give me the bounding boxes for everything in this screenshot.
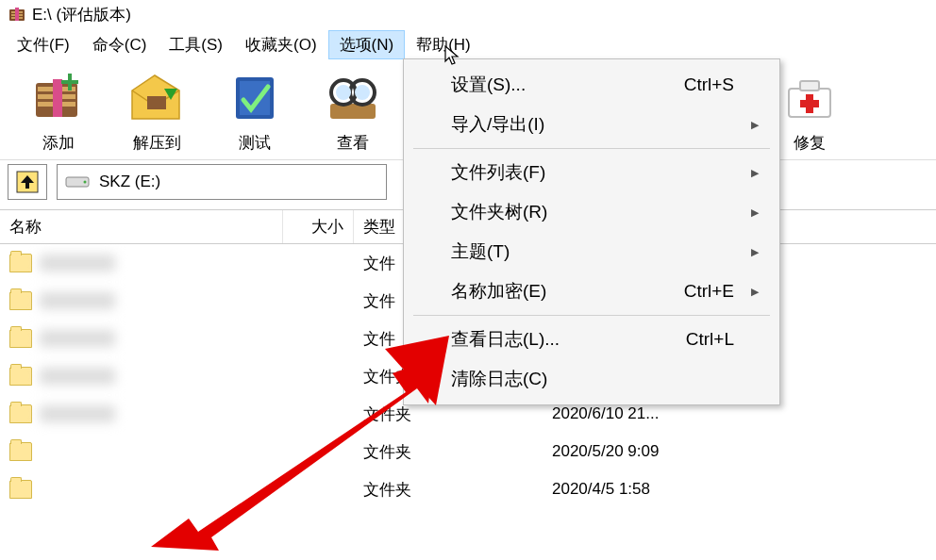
svg-rect-26 <box>800 100 819 107</box>
menu-item[interactable]: 名称加密(E)Ctrl+E▶ <box>406 272 777 311</box>
path-label: SKZ (E:) <box>99 173 160 191</box>
svg-rect-16 <box>330 104 376 119</box>
menu-item[interactable]: 文件夹树(R)▶ <box>406 192 777 232</box>
svg-point-20 <box>355 85 370 100</box>
shortcut: Ctrl+L <box>667 329 734 350</box>
folder-icon <box>9 367 32 386</box>
add-icon <box>28 68 89 128</box>
file-type: 文件夹 <box>354 441 543 463</box>
shortcut: Ctrl+E <box>665 281 734 302</box>
folder-icon <box>9 329 32 348</box>
svg-rect-11 <box>61 80 78 84</box>
file-date: 2020/4/5 1:58 <box>543 480 731 499</box>
folder-icon <box>9 291 32 310</box>
svg-rect-24 <box>800 81 819 91</box>
toolbar-view-label: 查看 <box>337 132 369 154</box>
toolbar-view[interactable]: 查看 <box>304 68 402 154</box>
menu-item-label: 设置(S)... <box>451 73 526 97</box>
file-date: 2020/5/20 9:09 <box>543 442 731 461</box>
submenu-indicator: ▶ <box>745 167 759 179</box>
drive-icon <box>65 173 90 190</box>
menu-item-label: 文件夹树(R) <box>451 200 547 224</box>
options-dropdown: 设置(S)...Ctrl+S导入/导出(I)▶文件列表(F)▶文件夹树(R)▶主… <box>403 58 780 405</box>
menu-tools[interactable]: 工具(S) <box>158 30 234 59</box>
up-button[interactable] <box>8 164 47 200</box>
svg-point-30 <box>84 181 87 184</box>
menu-separator <box>413 148 770 149</box>
menu-separator <box>413 315 770 316</box>
col-name[interactable]: 名称 <box>0 210 283 243</box>
toolbar-extract-label: 解压到 <box>133 132 181 154</box>
menu-command[interactable]: 命令(C) <box>81 30 159 59</box>
up-icon <box>15 170 40 194</box>
repair-icon <box>779 68 840 128</box>
toolbar-repair-label: 修复 <box>794 132 826 154</box>
menu-item[interactable]: 导入/导出(I)▶ <box>406 105 777 144</box>
menu-item-label: 名称加密(E) <box>451 279 546 304</box>
folder-icon <box>9 480 32 499</box>
folder-icon <box>9 254 32 272</box>
file-date: 2020/6/10 21... <box>543 404 731 423</box>
menu-item[interactable]: 查看日志(L)...Ctrl+L <box>406 320 777 359</box>
window-title: E:\ (评估版本) <box>32 4 131 25</box>
file-name <box>40 405 115 422</box>
test-icon <box>225 68 285 128</box>
toolbar-test-label: 测试 <box>239 132 271 154</box>
svg-rect-9 <box>53 79 62 117</box>
menu-item-label: 查看日志(L)... <box>451 327 560 352</box>
app-icon <box>8 5 26 24</box>
submenu-indicator: ▶ <box>745 206 759 219</box>
folder-icon <box>9 404 32 423</box>
file-type: 文件夹 <box>354 479 543 501</box>
svg-rect-4 <box>15 8 19 21</box>
menu-item[interactable]: 主题(T)▶ <box>406 232 777 272</box>
titlebar: E:\ (评估版本) <box>0 0 936 28</box>
menu-item-label: 导入/导出(I) <box>451 112 544 137</box>
table-row[interactable]: 文件夹2020/4/5 1:58 <box>0 470 936 508</box>
toolbar-add[interactable]: 添加 <box>9 68 108 154</box>
submenu-indicator: ▶ <box>745 286 759 298</box>
extract-icon <box>126 68 187 128</box>
file-name <box>40 330 115 347</box>
submenu-indicator: ▶ <box>745 246 759 258</box>
path-box[interactable]: SKZ (E:) <box>57 164 387 200</box>
menu-item-label: 主题(T) <box>451 239 510 264</box>
file-name <box>40 292 115 309</box>
menu-item-label: 文件列表(F) <box>451 160 545 185</box>
menu-item[interactable]: 文件列表(F)▶ <box>406 153 777 192</box>
toolbar-test[interactable]: 测试 <box>206 68 304 154</box>
shortcut: Ctrl+S <box>665 74 734 95</box>
menubar: 文件(F) 命令(C) 工具(S) 收藏夹(O) 选项(N) 帮助(H) <box>0 28 936 60</box>
view-icon <box>323 68 383 128</box>
toolbar-extract[interactable]: 解压到 <box>108 68 206 154</box>
table-row[interactable]: 文件夹2020/5/20 9:09 <box>0 433 936 470</box>
menu-options[interactable]: 选项(N) <box>328 30 406 59</box>
svg-point-19 <box>336 85 351 100</box>
submenu-indicator: ▶ <box>745 119 759 131</box>
folder-icon <box>9 442 32 461</box>
file-name <box>40 368 115 385</box>
file-name <box>40 255 115 272</box>
menu-item[interactable]: 设置(S)...Ctrl+S <box>406 65 777 105</box>
menu-file[interactable]: 文件(F) <box>6 30 81 59</box>
menu-item-label: 清除日志(C) <box>451 367 547 391</box>
col-size[interactable]: 大小 <box>283 210 354 243</box>
toolbar-add-label: 添加 <box>42 132 75 154</box>
svg-rect-12 <box>147 96 166 109</box>
cursor-icon <box>443 44 462 67</box>
menu-item[interactable]: 清除日志(C) <box>406 359 777 399</box>
file-type: 文件夹 <box>354 404 543 425</box>
menu-favorites[interactable]: 收藏夹(O) <box>234 30 328 59</box>
